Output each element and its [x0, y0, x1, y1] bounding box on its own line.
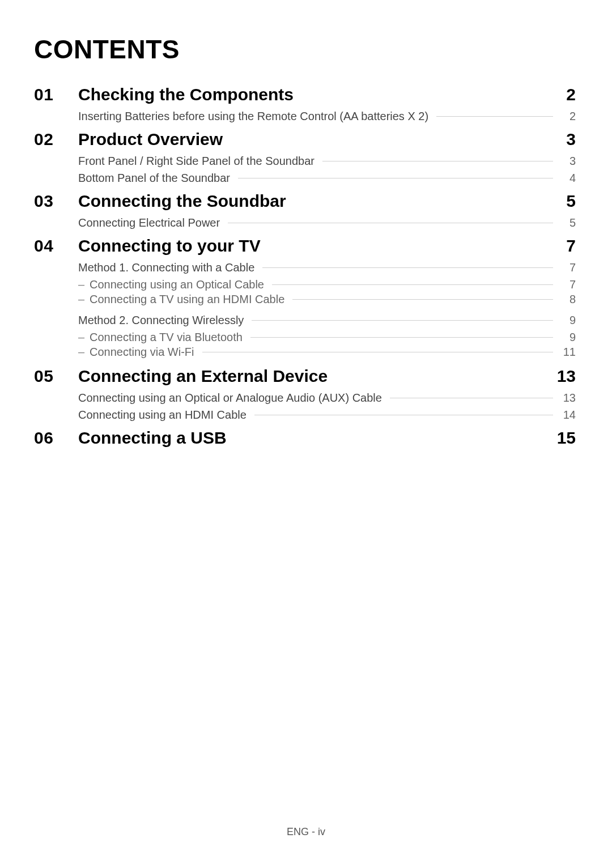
section-number: 03 [34, 192, 62, 211]
section-number: 02 [34, 130, 62, 149]
leader-line [254, 415, 553, 415]
table-of-contents: 01 Checking the Components 2 Inserting B… [34, 85, 576, 448]
section-number: 05 [34, 367, 62, 386]
toc-section-head[interactable]: 03 Connecting the Soundbar 5 [34, 192, 576, 211]
toc-sub-row[interactable]: Bottom Panel of the Soundbar 4 [78, 172, 576, 185]
toc-sub-page: 14 [561, 409, 576, 422]
toc-sub-label: Front Panel / Right Side Panel of the So… [78, 155, 314, 168]
page-title: CONTENTS [34, 34, 576, 65]
toc-sub-page: 3 [561, 155, 576, 168]
toc-subsub-label: –Connecting a TV via Bluetooth [78, 331, 243, 344]
section-number: 01 [34, 85, 62, 104]
toc-sub-page: 2 [561, 110, 576, 123]
toc-section-head[interactable]: 01 Checking the Components 2 [34, 85, 576, 104]
section-number: 04 [34, 236, 62, 256]
leader-line [322, 161, 553, 161]
dash-icon: – [78, 331, 90, 344]
toc-sub-page: 4 [561, 172, 576, 185]
section-title: Connecting to your TV [78, 236, 537, 256]
section-page: 15 [553, 428, 576, 448]
section-page: 3 [553, 130, 576, 149]
section-title: Checking the Components [78, 85, 537, 104]
toc-section: 03 Connecting the Soundbar 5 Connecting … [34, 192, 576, 229]
toc-sub-row[interactable]: Method 1. Connecting with a Cable 7 [78, 261, 576, 274]
toc-sub-row[interactable]: Inserting Batteries before using the Rem… [78, 110, 576, 123]
leader-line [228, 223, 553, 223]
toc-sub-row[interactable]: Front Panel / Right Side Panel of the So… [78, 155, 576, 168]
toc-sub-label: Method 1. Connecting with a Cable [78, 261, 254, 274]
toc-sub-row[interactable]: Connecting using an Optical or Analogue … [78, 392, 576, 405]
section-title: Connecting an External Device [78, 367, 537, 386]
toc-subsub-label: –Connecting via Wi-Fi [78, 346, 194, 359]
section-page: 7 [553, 236, 576, 256]
toc-section: 04 Connecting to your TV 7 Method 1. Con… [34, 236, 576, 359]
toc-subsub-row[interactable]: –Connecting via Wi-Fi 11 [78, 346, 576, 359]
toc-subsub-page: 8 [561, 293, 576, 306]
leader-line [390, 398, 553, 398]
section-page: 2 [553, 85, 576, 104]
toc-section-head[interactable]: 04 Connecting to your TV 7 [34, 236, 576, 256]
toc-sub-page: 5 [561, 216, 576, 229]
toc-subsub-page: 7 [561, 278, 576, 291]
section-number: 06 [34, 428, 62, 448]
toc-sub-label: Connecting using an HDMI Cable [78, 409, 246, 422]
leader-line [436, 116, 553, 117]
section-title: Connecting the Soundbar [78, 192, 537, 211]
toc-section: 06 Connecting a USB 15 [34, 428, 576, 448]
toc-section-head[interactable]: 05 Connecting an External Device 13 [34, 367, 576, 386]
leader-line [202, 352, 553, 352]
toc-sub-row[interactable]: Connecting using an HDMI Cable 14 [78, 409, 576, 422]
dash-icon: – [78, 278, 90, 291]
page-footer: ENG - iv [0, 826, 612, 838]
leader-line [272, 284, 553, 285]
leader-line [262, 267, 553, 268]
leader-line [250, 337, 553, 338]
toc-subsub-row[interactable]: –Connecting a TV using an HDMI Cable 8 [78, 293, 576, 306]
toc-subsub-page: 11 [561, 346, 576, 359]
toc-sub-page: 7 [561, 261, 576, 274]
toc-section: 01 Checking the Components 2 Inserting B… [34, 85, 576, 123]
dash-icon: – [78, 293, 90, 306]
toc-subsub-row[interactable]: –Connecting using an Optical Cable 7 [78, 278, 576, 291]
toc-subsub-row[interactable]: –Connecting a TV via Bluetooth 9 [78, 331, 576, 344]
dash-icon: – [78, 346, 90, 359]
leader-line [292, 299, 553, 300]
toc-section-head[interactable]: 06 Connecting a USB 15 [34, 428, 576, 448]
toc-subsub-label: –Connecting using an Optical Cable [78, 278, 264, 291]
toc-sub-label: Bottom Panel of the Soundbar [78, 172, 230, 185]
toc-sub-label: Connecting using an Optical or Analogue … [78, 392, 382, 405]
leader-line [252, 320, 553, 321]
toc-section: 02 Product Overview 3 Front Panel / Righ… [34, 130, 576, 185]
toc-section: 05 Connecting an External Device 13 Conn… [34, 367, 576, 422]
toc-subsub-label: –Connecting a TV using an HDMI Cable [78, 293, 284, 306]
section-title: Product Overview [78, 130, 537, 149]
section-title: Connecting a USB [78, 428, 537, 448]
toc-section-head[interactable]: 02 Product Overview 3 [34, 130, 576, 149]
toc-sub-row[interactable]: Connecting Electrical Power 5 [78, 216, 576, 229]
toc-sub-page: 9 [561, 314, 576, 327]
toc-sub-label: Method 2. Connecting Wirelessly [78, 314, 244, 327]
section-page: 5 [553, 192, 576, 211]
toc-sub-label: Connecting Electrical Power [78, 216, 220, 229]
toc-sub-page: 13 [561, 392, 576, 405]
leader-line [238, 178, 553, 178]
section-page: 13 [553, 367, 576, 386]
toc-sub-label: Inserting Batteries before using the Rem… [78, 110, 428, 123]
toc-subsub-page: 9 [561, 331, 576, 344]
toc-sub-row[interactable]: Method 2. Connecting Wirelessly 9 [78, 314, 576, 327]
